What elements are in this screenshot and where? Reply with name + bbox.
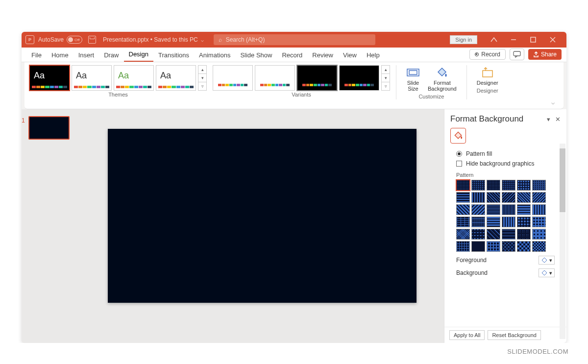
pattern-swatch[interactable] — [456, 204, 470, 215]
pattern-swatch[interactable] — [532, 241, 546, 252]
format-bg-icon — [435, 66, 449, 79]
pattern-swatch[interactable] — [471, 217, 485, 227]
variant-thumb-1[interactable] — [213, 65, 253, 91]
reset-background-button[interactable]: Reset Background — [488, 330, 541, 340]
maximize-icon[interactable] — [523, 32, 543, 48]
svg-rect-4 — [514, 51, 520, 56]
pattern-swatch[interactable] — [517, 204, 531, 215]
pattern-swatch[interactable] — [456, 241, 470, 252]
slide-thumb-1[interactable]: 1 — [28, 116, 70, 140]
pattern-swatch[interactable] — [517, 229, 531, 240]
title-bar: P AutoSave Off Presentation.pptx • Saved… — [22, 32, 566, 48]
ribbon-collapse-icon[interactable]: ⌵ — [547, 97, 559, 108]
pattern-grid — [456, 180, 560, 252]
pattern-swatch[interactable] — [471, 204, 485, 215]
pattern-swatch[interactable] — [487, 217, 500, 227]
svg-rect-1 — [531, 37, 536, 42]
pane-menu-icon[interactable]: ▾ — [547, 116, 550, 123]
themes-gallery-arrows[interactable]: ▴▾▿ — [198, 65, 207, 91]
pattern-fill-radio[interactable]: Pattern fill — [456, 150, 560, 157]
pattern-swatch[interactable] — [471, 180, 485, 191]
tab-animations[interactable]: Animations — [194, 49, 235, 62]
apply-all-button[interactable]: Apply to All — [449, 330, 485, 340]
designer-icon — [481, 66, 494, 79]
variant-thumb-3[interactable] — [297, 65, 337, 91]
pattern-swatch[interactable] — [487, 229, 500, 240]
tab-review[interactable]: Review — [307, 49, 338, 62]
slide-number: 1 — [22, 117, 25, 124]
fill-tab-icon[interactable] — [450, 128, 466, 144]
tab-slideshow[interactable]: Slide Show — [235, 49, 277, 62]
tab-view[interactable]: View — [338, 49, 362, 62]
slide-size-button[interactable]: Slide Size — [402, 65, 424, 93]
tab-home[interactable]: Home — [47, 49, 74, 62]
variants-gallery-arrows[interactable]: ▴▾▿ — [381, 65, 390, 91]
pattern-swatch[interactable] — [517, 180, 531, 191]
pattern-swatch[interactable] — [532, 204, 546, 215]
pattern-swatch[interactable] — [532, 180, 546, 191]
tab-design[interactable]: Design — [124, 48, 153, 62]
pane-scrollbar[interactable] — [560, 144, 565, 339]
pattern-swatch[interactable] — [471, 229, 485, 240]
pattern-swatch[interactable] — [517, 241, 531, 252]
pattern-swatch[interactable] — [502, 241, 515, 252]
comments-button[interactable] — [510, 49, 524, 60]
svg-rect-6 — [409, 71, 417, 74]
document-title: Presentation.pptx • Saved to this PC — [103, 36, 198, 43]
background-color-button[interactable]: ▾ — [539, 268, 555, 277]
theme-thumb-3[interactable]: Aa — [114, 65, 154, 91]
separator — [396, 65, 396, 99]
tab-insert[interactable]: Insert — [74, 49, 99, 62]
pattern-swatch[interactable] — [487, 180, 500, 191]
variant-thumb-4[interactable] — [339, 65, 379, 91]
pattern-swatch[interactable] — [471, 192, 485, 203]
svg-rect-7 — [483, 71, 492, 77]
format-background-button[interactable]: Format Background — [424, 65, 461, 93]
record-button[interactable]: Record — [469, 49, 506, 60]
hide-graphics-checkbox[interactable]: Hide background graphics — [456, 160, 560, 167]
slide-canvas[interactable] — [108, 129, 416, 303]
pattern-swatch[interactable] — [532, 217, 546, 227]
theme-thumb-4[interactable]: Aa — [156, 65, 196, 91]
pattern-swatch[interactable] — [502, 204, 515, 215]
pattern-swatch[interactable] — [487, 241, 500, 252]
pattern-swatch[interactable] — [456, 229, 470, 240]
pattern-swatch[interactable] — [487, 192, 500, 203]
variant-thumb-2[interactable] — [255, 65, 295, 91]
tab-transitions[interactable]: Transitions — [153, 49, 194, 62]
foreground-label: Foreground — [456, 257, 487, 264]
ribbon-mode-icon[interactable] — [484, 32, 504, 48]
tab-file[interactable]: File — [26, 49, 47, 62]
tab-help[interactable]: Help — [362, 49, 385, 62]
pattern-swatch[interactable] — [517, 192, 531, 203]
tab-record[interactable]: Record — [277, 49, 307, 62]
pattern-swatch[interactable] — [517, 217, 531, 227]
designer-button[interactable]: Designer — [473, 65, 502, 87]
pattern-swatch[interactable] — [502, 229, 515, 240]
minimize-icon[interactable] — [504, 32, 523, 48]
toggle-switch[interactable]: Off — [67, 36, 82, 44]
pattern-swatch[interactable] — [502, 192, 515, 203]
pattern-swatch[interactable] — [456, 180, 470, 191]
pattern-swatch[interactable] — [532, 192, 546, 203]
app-window: P AutoSave Off Presentation.pptx • Saved… — [22, 32, 566, 343]
autosave-toggle[interactable]: AutoSave Off — [38, 36, 82, 44]
chevron-down-icon[interactable]: ⌵ — [201, 37, 204, 43]
theme-thumb-2[interactable]: Aa — [72, 65, 112, 91]
pattern-swatch[interactable] — [532, 229, 546, 240]
pattern-swatch[interactable] — [471, 241, 485, 252]
pattern-swatch[interactable] — [502, 217, 515, 227]
theme-thumb-1[interactable]: Aa — [29, 65, 70, 91]
share-button[interactable]: Share — [528, 49, 562, 60]
pattern-swatch[interactable] — [502, 180, 515, 191]
signin-button[interactable]: Sign in — [450, 35, 477, 44]
pane-close-icon[interactable]: ✕ — [555, 116, 561, 123]
search-input[interactable]: ⌕ Search (Alt+Q) — [214, 34, 375, 45]
foreground-color-button[interactable]: ▾ — [539, 256, 555, 265]
pattern-swatch[interactable] — [487, 204, 500, 215]
pattern-swatch[interactable] — [456, 192, 470, 203]
close-icon[interactable] — [543, 32, 563, 48]
pattern-swatch[interactable] — [456, 217, 470, 227]
tab-draw[interactable]: Draw — [99, 49, 123, 62]
save-icon[interactable] — [88, 36, 96, 44]
